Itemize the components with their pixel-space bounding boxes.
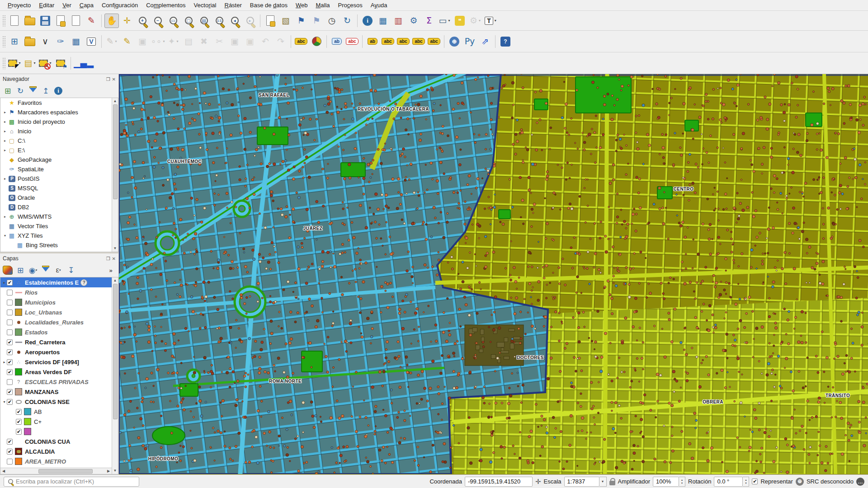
layer-item-aeropuertos[interactable]: ✔Aeropuertos [0, 347, 118, 357]
layer-item-estados[interactable]: Estados [0, 327, 118, 337]
expander-icon[interactable]: ▸ [2, 177, 8, 181]
layer-item-unlabeled[interactable]: ✔ [0, 427, 118, 436]
layer-visibility-checkbox[interactable] [7, 290, 13, 296]
layer-item-colonias-cua[interactable]: ✔COLONIAS CUA [0, 436, 118, 446]
layer-item-rios[interactable]: Rios [0, 287, 118, 297]
new-geopackage-layer-icon[interactable] [23, 34, 37, 49]
layer-item-loc-urbanas[interactable]: Loc_Urbanas [0, 307, 118, 317]
browser-item-c-[interactable]: ▸▢C:\ [0, 136, 118, 145]
menu-configuración[interactable]: Configuración [98, 0, 142, 10]
layer-diagram-icon[interactable] [309, 34, 324, 49]
dropdown-arrow-icon[interactable]: ▾ [479, 19, 481, 23]
new-shapefile-layer-icon[interactable]: ∨ [38, 34, 52, 49]
layer-styling-icon[interactable] [2, 264, 14, 276]
style-manager-icon[interactable]: ✎ [84, 14, 99, 28]
layer-item-alcaldia[interactable]: ✔ALCALDIA [0, 446, 118, 456]
menu-malla[interactable]: Malla [311, 0, 334, 10]
layers-panel-close-icon[interactable]: ✕ [112, 256, 116, 261]
layer-visibility-checkbox[interactable]: ✔ [7, 359, 13, 365]
deselect-features-icon[interactable]: ▾ [38, 56, 52, 70]
menu-complementos[interactable]: Complementos [142, 0, 189, 10]
layer-item-manzanas[interactable]: ✔MANZANAS [0, 387, 118, 397]
layer-expander-icon[interactable]: ▾ [2, 400, 7, 404]
layer-labeling-icon[interactable]: abc [294, 34, 308, 49]
zoom-full-extent-icon[interactable]: ▭ [166, 14, 180, 28]
messages-icon[interactable]: … [856, 478, 864, 486]
browser-vertical-scrollbar[interactable]: ▲▼ [112, 98, 118, 252]
select-by-form-icon[interactable]: ▤▾ [23, 56, 37, 70]
layer-visibility-checkbox[interactable]: ✔ [7, 349, 13, 355]
browser-item-bing-streets[interactable]: ▦Bing Streets [0, 240, 118, 250]
select-features-icon[interactable]: ◤▾ [7, 56, 22, 70]
crs-status[interactable]: SRC desconocido [807, 478, 854, 485]
layer-visibility-checkbox[interactable]: ✔ [7, 389, 13, 395]
dropdown-arrow-icon[interactable]: ▾ [163, 39, 165, 43]
new-memory-layer-icon[interactable]: ▦ [69, 34, 83, 49]
locator-search-input[interactable]: Escriba para localizar (Ctrl+K) [4, 477, 139, 487]
help-icon[interactable]: ? [498, 34, 513, 49]
expander-icon[interactable]: ▸ [2, 215, 8, 219]
toolbar-grip[interactable] [2, 36, 5, 47]
expander-icon[interactable]: ▸ [2, 129, 8, 133]
layout-manager-icon[interactable] [69, 14, 83, 28]
highlight-pinned-labels-icon[interactable]: abc [381, 34, 395, 49]
browser-item-marcadores-espaciales[interactable]: ▸⚑Marcadores espaciales [0, 108, 118, 117]
refresh-map-icon[interactable]: ↻ [340, 14, 354, 28]
menu-base-de-datos[interactable]: Base de datos [246, 0, 292, 10]
panel-toolbar-overflow[interactable]: » [105, 264, 117, 276]
deselect-current-layer-icon[interactable]: ⚑ [53, 56, 68, 70]
layer-item-establecimientos-e[interactable]: ▸✔∴Establecimientos E? [0, 277, 118, 287]
layer-visibility-checkbox[interactable] [7, 319, 13, 325]
browser-item-favoritos[interactable]: ★Favoritos [0, 98, 118, 108]
map-tips-icon[interactable]: ❝ [453, 14, 467, 28]
zoom-to-selection-icon[interactable]: ▢ [181, 14, 196, 28]
new-project-icon[interactable] [7, 14, 22, 28]
show-unplaced-labels-icon[interactable]: abc [345, 34, 359, 49]
change-label-icon[interactable]: abc [427, 34, 441, 49]
scale-combo[interactable]: 1:7837 [564, 477, 599, 487]
text-annotation-icon[interactable]: T▾ [483, 14, 498, 28]
identify-features-icon[interactable]: i [360, 14, 375, 28]
browser-item-e-[interactable]: ▸▢E:\ [0, 145, 118, 155]
filter-expression-icon[interactable]: ε▾ [52, 264, 64, 276]
browser-item-xyz-tiles[interactable]: ▾▦XYZ Tiles [0, 231, 118, 240]
rotation-input[interactable]: 0.0 ° [714, 477, 743, 487]
rotation-spinner[interactable]: ▴▾ [743, 477, 749, 487]
new-spatial-bookmark-icon[interactable]: ⚑ [294, 14, 308, 28]
layer-item-municipios[interactable]: Municipios [0, 297, 118, 307]
browser-filter-icon[interactable] [27, 85, 39, 97]
layer-visibility-checkbox[interactable]: ✔ [7, 339, 13, 345]
zoom-native-icon[interactable]: 1:1 [212, 14, 226, 28]
expander-icon[interactable]: ▸ [2, 139, 8, 143]
browser-item-vector-tiles[interactable]: ▦Vector Tiles [0, 221, 118, 231]
dropdown-arrow-icon[interactable]: ▾ [115, 39, 117, 43]
temporal-controller-icon[interactable]: ◷ [325, 14, 339, 28]
new-virtual-layer-icon[interactable]: V [84, 34, 99, 49]
menu-capa[interactable]: Capa [75, 0, 98, 10]
layer-visibility-checkbox[interactable]: ✔ [7, 439, 13, 445]
filter-legend-icon[interactable] [40, 264, 52, 276]
collapse-all-layers-icon[interactable]: ↧ [65, 264, 77, 276]
toolbar-grip[interactable] [2, 15, 5, 27]
browser-item-geopackage[interactable]: ◆GeoPackage [0, 155, 118, 164]
new-spatialite-layer-icon[interactable]: ✑ [53, 34, 68, 49]
layer-no-crs-indicator-icon[interactable]: ? [80, 279, 87, 286]
new-3d-map-view-icon[interactable]: ▧ [278, 14, 293, 28]
dropdown-arrow-icon[interactable]: ▾ [495, 19, 496, 23]
zoom-out-icon[interactable]: − [151, 14, 165, 28]
map-canvas[interactable]: SAN RAFAELREVOLUCIÓN O TABACALERACUAUHTÉ… [119, 74, 868, 474]
profile-plot-icon[interactable]: ⇗ [478, 34, 492, 49]
browser-item-inicio[interactable]: ▸⌂Inicio [0, 127, 118, 136]
layer-item-servicios-df-4994-[interactable]: ▸✔∴Servicios DF [4994] [0, 357, 118, 367]
layers-panel-float-icon[interactable]: ❐ [106, 256, 110, 261]
layer-item-areas-verdes-df[interactable]: ✔Areas Verdes DF [0, 367, 118, 377]
attribute-table-icon[interactable]: ▦ [376, 14, 390, 28]
layers-horizontal-scrollbar[interactable]: ◀▶ [0, 468, 112, 474]
python-console-icon[interactable]: Py [462, 34, 477, 49]
layer-expander-icon[interactable]: ▸ [2, 281, 7, 285]
expander-icon[interactable]: ▸ [2, 148, 8, 152]
pin-labels-icon[interactable]: ab [365, 34, 380, 49]
layer-expander-icon[interactable]: ▸ [2, 360, 7, 364]
menu-ver[interactable]: Ver [58, 0, 75, 10]
layer-visibility-checkbox[interactable]: ✔ [7, 449, 13, 455]
